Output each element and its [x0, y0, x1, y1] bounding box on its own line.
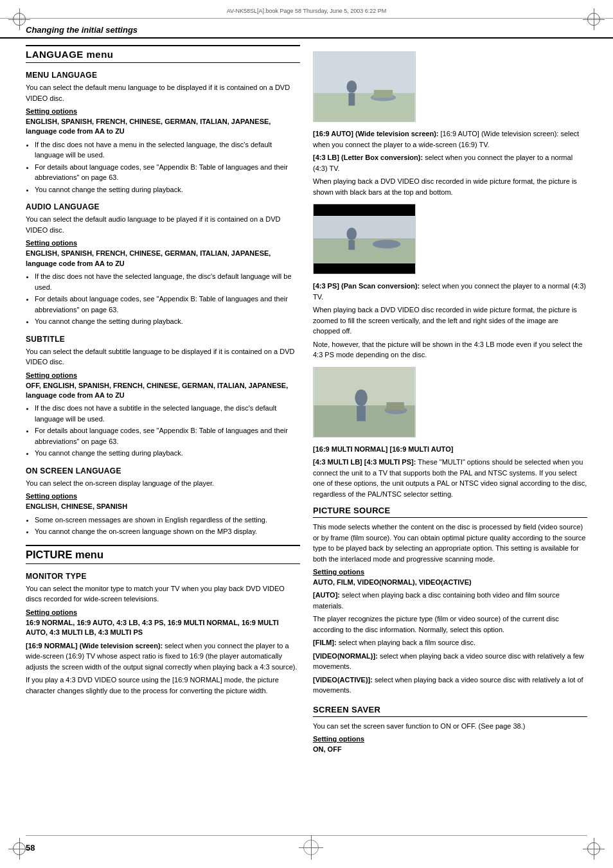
- audio-language-bullet-2: For details about language codes, see "A…: [35, 294, 300, 315]
- chapter-title-bar: Changing the initial settings: [0, 19, 613, 39]
- corner-mark-br: [587, 842, 600, 855]
- monitor-type-detail2: If you play a 4:3 DVD VIDEO source using…: [26, 675, 300, 696]
- picture-source-video-active: [VIDEO(ACTIVE)]: select when playing bac…: [313, 675, 587, 696]
- left-column: LANGUAGE menu MENU LANGUAGE You can sele…: [26, 45, 300, 757]
- on-screen-language-bullets: Some on-screen messages are shown in Eng…: [26, 515, 300, 537]
- header-filepath: AV-NK58SL[A].book Page 58 Thursday, June…: [26, 8, 587, 14]
- language-menu-title: LANGUAGE menu: [26, 49, 300, 60]
- screen-saver-setting-values: ON, OFF: [313, 745, 587, 754]
- page-footer: 58: [26, 835, 587, 855]
- multi-detail: [4:3 MULTI LB] [4:3 MULTI PS]: These "MU…: [313, 457, 587, 499]
- menu-language-setting-options-label: Setting options: [26, 107, 300, 115]
- on-screen-language-setting-options-label: Setting options: [26, 492, 300, 500]
- screen-saver-title: SCREEN SAVER: [313, 705, 587, 717]
- page-header: AV-NK58SL[A].book Page 58 Thursday, June…: [0, 0, 613, 19]
- svg-rect-14: [357, 405, 366, 421]
- picture-source-auto: [AUTO]: select when playing back a disc …: [313, 590, 587, 611]
- ps-4-3-detail2: Note, however, that the picture will be …: [313, 339, 587, 360]
- subtitle-body: You can select the default subtitle lang…: [26, 346, 300, 368]
- subtitle-setting-options-label: Setting options: [26, 371, 300, 379]
- menu-language-subtitle: MENU LANGUAGE: [26, 71, 300, 80]
- screen-saver-body: You can set the screen saver function to…: [313, 721, 587, 732]
- on-screen-language-bullet-1: Some on-screen messages are shown in Eng…: [35, 515, 300, 526]
- picture-menu-title: PICTURE menu: [26, 549, 300, 561]
- on-screen-language-setting-values: ENGLISH, CHINESE, SPANISH: [26, 502, 300, 511]
- monitor-type-detail: [16:9 NORMAL] (Wide television screen): …: [26, 641, 300, 673]
- audio-language-bullet-1: If the disc does not have the selected l…: [35, 271, 300, 292]
- subtitle-bullet-3: You cannot change the setting during pla…: [35, 448, 300, 459]
- svg-rect-7: [314, 238, 415, 263]
- menu-language-body: You can select the default menu language…: [26, 82, 300, 103]
- menu-language-setting-values: ENGLISH, SPANISH, FRENCH, CHINESE, GERMA…: [26, 117, 300, 137]
- picture-source-setting-values: AUTO, FILM, VIDEO(NORMAL), VIDEO(ACTIVE): [313, 578, 587, 587]
- content-columns: LANGUAGE menu MENU LANGUAGE You can sele…: [0, 39, 613, 770]
- subtitle-bullet-1: If the disc does not have a subtitle in …: [35, 403, 300, 424]
- tv-image-widescreen: [313, 51, 416, 122]
- svg-point-10: [373, 240, 400, 249]
- monitor-type-setting-options-label: Setting options: [26, 608, 300, 616]
- picture-source-title: PICTURE SOURCE: [313, 506, 587, 518]
- multi-label-text: [16:9 MULTI NORMAL] [16:9 MULTI AUTO]: [313, 445, 453, 453]
- ps-4-3-label: [4:3 PS] (Pan Scan conversion):: [313, 282, 420, 290]
- page-number: 58: [26, 843, 35, 853]
- bottom-center-mark: [303, 840, 319, 855]
- audio-language-setting-values: ENGLISH, SPANISH, FRENCH, CHINESE, GERMA…: [26, 249, 300, 269]
- picture-menu-title-box: PICTURE menu: [26, 545, 300, 564]
- multi-label: [16:9 MULTI NORMAL] [16:9 MULTI AUTO]: [313, 444, 587, 455]
- picture-source-body: This mode selects whether the content on…: [313, 522, 587, 564]
- corner-mark-bl: [13, 842, 26, 855]
- picture-source-video-normal: [VIDEO(NORMAL)]: select when playing bac…: [313, 651, 587, 672]
- svg-point-8: [346, 227, 357, 240]
- svg-point-2: [347, 80, 357, 93]
- svg-rect-1: [314, 93, 414, 121]
- monitor-type-body: You can select the monitor type to match…: [26, 583, 300, 605]
- audio-language-subtitle: AUDIO LANGUAGE: [26, 202, 300, 211]
- on-screen-language-bullet-2: You cannot change the on-screen language…: [35, 526, 300, 537]
- audio-language-bullets: If the disc does not have the selected l…: [26, 271, 300, 327]
- monitor-type-setting-values: 16:9 NORMAL, 16:9 AUTO, 4:3 LB, 4:3 PS, …: [26, 618, 300, 638]
- lb-4-3-text: [4:3 LB] (Letter Box conversion): select…: [313, 152, 587, 173]
- screen-saver-setting-options-label: Setting options: [313, 735, 587, 743]
- svg-rect-9: [348, 240, 355, 250]
- ps-4-3-detail1: When playing back a DVD VIDEO disc recor…: [313, 305, 587, 337]
- subtitle-setting-values: OFF, ENGLISH, SPANISH, FRENCH, CHINESE, …: [26, 381, 300, 401]
- language-menu-title-box: LANGUAGE menu: [26, 45, 300, 63]
- menu-language-bullet-2: For details about language codes, see "A…: [35, 162, 300, 183]
- lb-4-3-detail: When playing back a DVD VIDEO disc recor…: [313, 176, 587, 197]
- monitor-type-subtitle: MONITOR TYPE: [26, 572, 300, 581]
- picture-source-film: [FILM]: select when playing back a film …: [313, 637, 587, 648]
- svg-rect-3: [348, 93, 355, 106]
- audio-language-body: You can select the default audio languag…: [26, 214, 300, 235]
- menu-language-bullet-3: You cannot change the setting during pla…: [35, 184, 300, 195]
- svg-point-13: [355, 389, 368, 406]
- chapter-title: Changing the initial settings: [26, 25, 138, 35]
- right-column: [16:9 AUTO] (Wide television screen): [1…: [313, 45, 587, 757]
- on-screen-language-subtitle: ON SCREEN LANGUAGE: [26, 466, 300, 475]
- picture-source-setting-options-label: Setting options: [313, 568, 587, 576]
- corner-mark-tr: [587, 13, 600, 26]
- multi-lb-label: [4:3 MULTI LB] [4:3 MULTI PS]:: [313, 458, 416, 466]
- letterbox-inner: [314, 216, 415, 263]
- audio-language-setting-options-label: Setting options: [26, 239, 300, 247]
- subtitle-bullet-2: For details about language codes, see "A…: [35, 425, 300, 447]
- svg-rect-5: [374, 90, 393, 98]
- subtitle-bullets: If the disc does not have a subtitle in …: [26, 403, 300, 459]
- tv-image-letterbox: [313, 204, 416, 274]
- on-screen-language-body: You can select the on-screen display lan…: [26, 478, 300, 489]
- subtitle-subtitle: SUBTITLE: [26, 335, 300, 344]
- menu-language-bullets: If the disc does not have a menu in the …: [26, 139, 300, 195]
- svg-rect-16: [386, 402, 404, 411]
- corner-mark-tl: [13, 13, 26, 26]
- tv-image-panscan: [313, 367, 416, 438]
- audio-language-bullet-3: You cannot change the setting during pla…: [35, 316, 300, 327]
- monitor-type-detail-label: [16:9 NORMAL] (Wide television screen):: [26, 642, 163, 650]
- menu-language-bullet-1: If the disc does not have a menu in the …: [35, 139, 300, 161]
- auto-16-9-text: [16:9 AUTO] (Wide television screen): [1…: [313, 128, 587, 150]
- ps-4-3-text: [4:3 PS] (Pan Scan conversion): select w…: [313, 281, 587, 302]
- picture-source-auto-detail: The player recognizes the picture type (…: [313, 614, 587, 635]
- page-wrapper: AV-NK58SL[A].book Page 58 Thursday, June…: [0, 0, 613, 868]
